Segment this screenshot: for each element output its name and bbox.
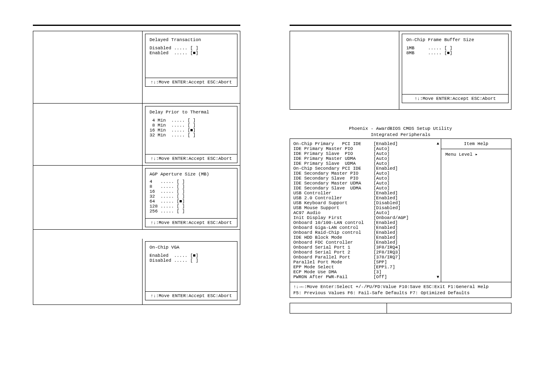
- bios-item-value: [Auto]: [373, 186, 390, 191]
- option-64[interactable]: 64 ..... [■]: [150, 199, 233, 204]
- bios-item-value: [Auto]: [373, 181, 390, 186]
- bios-item[interactable]: IDE Secondary Master PIO[Auto]: [293, 171, 438, 176]
- bios-item-value: [Enabled]: [373, 196, 398, 201]
- bios-item-label: IDE HDD Block Mode: [293, 235, 373, 240]
- bios-item-label: ECP Mode Use DMA: [293, 270, 373, 274]
- bios-item-value: [Auto]: [373, 171, 390, 176]
- bios-item-value: [Auto]: [373, 176, 390, 181]
- popup-title: AGP Aperture Size (MB): [150, 172, 233, 177]
- bios-item[interactable]: Onboard Giga-LAN control[Enabled]: [293, 225, 438, 230]
- popup-title: On-Chip VGA: [150, 245, 233, 250]
- bios-item[interactable]: Onboard 10/100-LAN control[Enabled]: [293, 220, 438, 225]
- bios-item-label: USB 2.0 Controller: [293, 196, 373, 201]
- option-4-min[interactable]: 4 Min ..... [ ]: [150, 118, 233, 123]
- popup-title: Delay Prior to Thermal: [150, 110, 233, 115]
- bios-menu-level: Menu Level ▸: [441, 149, 511, 159]
- option-disabled[interactable]: Disabled ..... [ ]: [150, 46, 233, 51]
- bios-item[interactable]: USB Keyboard Support[Disabled]: [293, 201, 438, 205]
- popup-footer-hint: ↑↓:Move ENTER:Accept ESC:Abort: [145, 291, 237, 300]
- bios-item-value: [SPP]: [373, 260, 387, 265]
- bios-item-value: [Enabled]: [373, 141, 398, 146]
- bios-item-label: USB Controller: [293, 191, 373, 196]
- row-frame-buffer: On-Chip Frame Buffer Size 1MB ..... [ ]8…: [290, 31, 511, 110]
- bios-item-value: [Enabled]: [373, 191, 398, 196]
- option-8mb[interactable]: 8MB ..... [■]: [406, 51, 504, 55]
- bios-item-label: Onboard Raid-Chip control: [293, 230, 373, 235]
- bios-item-label: Onboard Serial Port 2: [293, 250, 373, 255]
- bios-item-value: [2F8/IRQ3]: [373, 250, 401, 255]
- bios-item-value: [EPP1.7]: [373, 265, 395, 270]
- option-enabled[interactable]: Enabled ..... [■]: [150, 253, 233, 258]
- bios-item[interactable]: IDE HDD Block Mode[Enabled]: [293, 235, 438, 240]
- bios-item[interactable]: Onboard Parallel Port[378/IRQ7]: [293, 255, 438, 260]
- bios-help-pane: Item Help Menu Level ▸: [441, 139, 511, 282]
- bios-item[interactable]: On-Chip Secondary PCI IDE[Enabled]: [293, 166, 438, 171]
- bios-item-value: [Enabled]: [373, 230, 398, 235]
- popup-footer-hint: ↑↓:Move ENTER:Accept ESC:Abort: [145, 78, 237, 86]
- option-8[interactable]: 8 ..... [ ]: [150, 184, 233, 189]
- bios-item-label: USB Keyboard Support: [293, 201, 373, 205]
- bios-item-label: On-Chip Primary PCI IDE: [293, 141, 373, 146]
- bios-item-label: IDE Primary Master UDMA: [293, 156, 373, 161]
- bios-item-label: PWRON After PWR-Fail: [293, 274, 373, 279]
- option-4[interactable]: 4 ..... [ ]: [150, 179, 233, 184]
- option-128[interactable]: 128 ..... [ ]: [150, 204, 233, 209]
- bios-item-label: USB Mouse Support: [293, 205, 373, 210]
- popup-title: Delayed Transaction: [150, 37, 233, 42]
- bios-item[interactable]: Onboard Serial Port 1[3F8/IRQ4]: [293, 245, 438, 250]
- popup-agp-aperture: AGP Aperture Size (MB) 4 ..... [ ]8 ....…: [145, 168, 237, 227]
- bios-item-label: IDE Secondary Slave UDMA: [293, 186, 373, 191]
- bios-item-value: [Auto]: [373, 210, 390, 215]
- bios-item[interactable]: Parallel Port Mode[SPP]: [293, 260, 438, 265]
- bios-item-label: IDE Primary Slave UDMA: [293, 161, 373, 166]
- row-delay-thermal: Delay Prior to Thermal 4 Min ..... [ ] 8…: [33, 104, 240, 166]
- row-onchip-vga: On-Chip VGA Enabled ..... [■]Disabled ..…: [33, 239, 240, 305]
- option-8-min[interactable]: 8 Min ..... [ ]: [150, 123, 233, 128]
- bios-item[interactable]: USB Controller[Enabled]: [293, 191, 438, 196]
- option-32[interactable]: 32 ..... [ ]: [150, 194, 233, 199]
- bios-item[interactable]: IDE Primary Slave PIO[Auto]: [293, 151, 438, 156]
- option-1mb[interactable]: 1MB ..... [ ]: [406, 46, 504, 51]
- bottom-empty-row: [290, 303, 511, 314]
- option-16[interactable]: 16 ..... [ ]: [150, 189, 233, 194]
- popup-delayed-transaction: Delayed Transaction Disabled ..... [ ]En…: [145, 34, 237, 87]
- option-16-min[interactable]: 16 Min ..... [■]: [150, 128, 233, 133]
- popup-footer-hint: ↑↓:Move ENTER:Accept ESC:Abort: [402, 94, 508, 103]
- popup-delay-thermal: Delay Prior to Thermal 4 Min ..... [ ] 8…: [145, 106, 237, 163]
- bios-item-label: EPP Mode Select: [293, 265, 373, 270]
- bios-item[interactable]: Onboard FDC Controller[Enabled]: [293, 240, 438, 245]
- bios-item-label: IDE Secondary Slave PIO: [293, 176, 373, 181]
- popup-onchip-vga: On-Chip VGA Enabled ..... [■]Disabled ..…: [145, 241, 237, 300]
- bios-item[interactable]: AC97 Audio[Auto]: [293, 210, 438, 215]
- bios-item-label: Onboard Parallel Port: [293, 255, 373, 260]
- option-enabled[interactable]: Enabled ..... [■]: [150, 51, 233, 55]
- bios-item-value: [Disabled]: [373, 201, 401, 205]
- bios-item-value: [Enabled]: [373, 235, 398, 240]
- bios-item[interactable]: Init Display First[Onboard/AGP]: [293, 215, 438, 220]
- scroll-down-icon[interactable]: ▼: [437, 275, 439, 279]
- bios-item-label: Onboard Giga-LAN control: [293, 225, 373, 230]
- bios-item[interactable]: IDE Secondary Slave UDMA[Auto]: [293, 186, 438, 191]
- bios-item[interactable]: IDE Primary Master PIO[Auto]: [293, 146, 438, 151]
- option-256[interactable]: 256 ..... [ ]: [150, 209, 233, 214]
- bios-item[interactable]: ECP Mode Use DMA[3]: [293, 270, 438, 274]
- bios-item[interactable]: IDE Secondary Master UDMA[Auto]: [293, 181, 438, 186]
- bios-item-list[interactable]: ▲ On-Chip Primary PCI IDE[Enabled]IDE Pr…: [290, 139, 441, 282]
- right-column: On-Chip Frame Buffer Size 1MB ..... [ ]8…: [290, 25, 511, 314]
- bios-item[interactable]: IDE Primary Master UDMA[Auto]: [293, 156, 438, 161]
- bios-item-label: Init Display First: [293, 215, 373, 220]
- bios-item[interactable]: USB 2.0 Controller[Enabled]: [293, 196, 438, 201]
- popup-title: On-Chip Frame Buffer Size: [406, 37, 504, 42]
- bios-item[interactable]: On-Chip Primary PCI IDE[Enabled]: [293, 141, 438, 146]
- option-disabled[interactable]: Disabled ..... [ ]: [150, 258, 233, 263]
- bios-item[interactable]: IDE Primary Slave UDMA[Auto]: [293, 161, 438, 166]
- option-32-min[interactable]: 32 Min ..... [ ]: [150, 133, 233, 138]
- bios-item[interactable]: IDE Secondary Slave PIO[Auto]: [293, 176, 438, 181]
- bios-item[interactable]: Onboard Serial Port 2[2F8/IRQ3]: [293, 250, 438, 255]
- bios-item[interactable]: USB Mouse Support[Disabled]: [293, 205, 438, 210]
- bios-item[interactable]: PWRON After PWR-Fail[Off]: [293, 274, 438, 279]
- bios-item[interactable]: Onboard Raid-Chip control[Enabled]: [293, 230, 438, 235]
- scroll-up-icon[interactable]: ▲: [437, 141, 439, 146]
- bios-item[interactable]: EPP Mode Select[EPP1.7]: [293, 265, 438, 270]
- bios-item-value: [378/IRQ7]: [373, 255, 401, 260]
